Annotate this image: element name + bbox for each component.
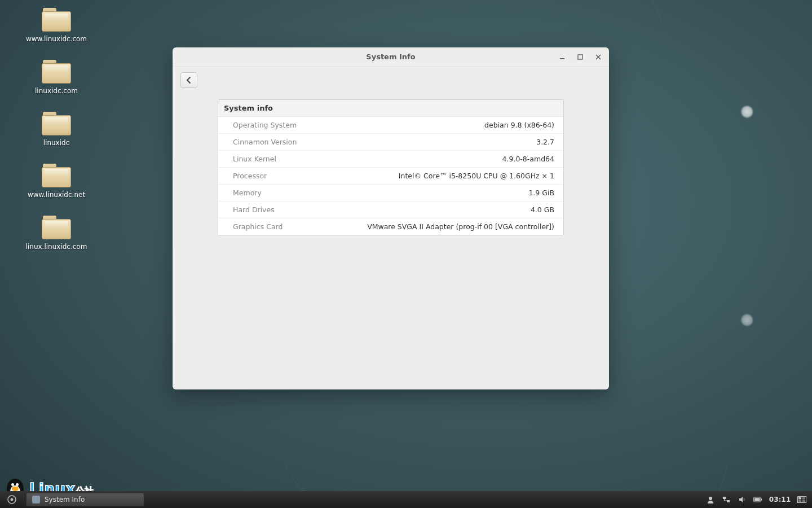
desktop-icon-label: www.linuxidc.net	[28, 191, 85, 199]
info-value: 1.9 GiB	[528, 189, 554, 197]
info-row-cinnamon: Cinnamon Version 3.2.7	[218, 134, 563, 151]
svg-rect-12	[802, 497, 805, 500]
folder-icon	[42, 164, 71, 187]
folder-icon	[42, 112, 71, 135]
info-value: Intel© Core™ i5-8250U CPU @ 1.60GHz × 1	[399, 172, 554, 180]
info-row-memory: Memory 1.9 GiB	[218, 185, 563, 202]
user-icon[interactable]	[706, 495, 715, 504]
system-tray: 03:11	[706, 491, 812, 508]
info-row-graphics: Graphics Card VMware SVGA II Adapter (pr…	[218, 218, 563, 235]
desktop-icon-label: www.linuxidc.com	[26, 35, 87, 43]
menu-button[interactable]	[0, 491, 24, 508]
titlebar[interactable]: System Info	[173, 47, 609, 67]
desktop-icon-label: linuxidc	[43, 139, 70, 147]
window-title: System Info	[366, 52, 415, 61]
folder-icon	[42, 60, 71, 84]
info-label: Operating System	[233, 121, 297, 129]
desktop-folder[interactable]: linuxidc.com	[23, 60, 90, 95]
svg-point-4	[709, 497, 712, 500]
volume-icon[interactable]	[738, 495, 747, 504]
info-label: Hard Drives	[233, 205, 275, 214]
workspace-switcher-icon[interactable]	[797, 495, 806, 504]
window-controls	[558, 47, 602, 67]
info-value: 4.9.0-8-amd64	[502, 155, 554, 163]
info-row-kernel: Linux Kernel 4.9.0-8-amd64	[218, 151, 563, 168]
system-info-panel: System info Operating System debian 9.8 …	[218, 99, 564, 235]
menu-icon	[7, 494, 17, 505]
svg-rect-0	[560, 58, 564, 59]
info-value: 3.2.7	[536, 138, 554, 146]
info-label: Linux Kernel	[233, 155, 276, 163]
info-value: VMware SVGA II Adapter (prog-if 00 [VGA …	[367, 222, 554, 231]
info-label: Graphics Card	[233, 222, 283, 231]
info-value: debian 9.8 (x86-64)	[484, 121, 554, 129]
svg-rect-9	[754, 498, 760, 501]
clock[interactable]: 03:11	[769, 496, 791, 503]
desktop-icons: www.linuxidc.com linuxidc.com linuxidc w…	[23, 8, 90, 251]
desktop-folder[interactable]: linuxidc	[23, 112, 90, 147]
maximize-button[interactable]	[576, 53, 584, 61]
desktop-folder[interactable]: www.linuxidc.net	[23, 164, 90, 199]
system-info-window: System Info System info	[173, 47, 609, 389]
svg-rect-11	[798, 497, 801, 500]
info-label: Memory	[233, 189, 262, 197]
desktop-folder[interactable]: linux.linuxidc.com	[23, 216, 90, 251]
minimize-button[interactable]	[558, 53, 566, 61]
window-toolbar	[173, 67, 609, 95]
desktop-icon-label: linux.linuxidc.com	[26, 243, 87, 251]
window-content: System info Operating System debian 9.8 …	[173, 95, 609, 247]
info-label: Cinnamon Version	[233, 138, 297, 146]
desktop-folder[interactable]: www.linuxidc.com	[23, 8, 90, 43]
folder-icon	[42, 216, 71, 239]
svg-rect-14	[802, 500, 805, 502]
network-icon[interactable]	[722, 495, 731, 504]
info-label: Processor	[233, 172, 267, 180]
svg-rect-5	[723, 497, 726, 499]
info-value: 4.0 GB	[531, 205, 554, 214]
svg-rect-8	[761, 498, 762, 501]
section-header: System info	[218, 100, 563, 117]
taskbar: System Info 03:11	[0, 491, 812, 508]
taskbar-left: System Info	[0, 491, 144, 508]
task-app-icon	[32, 496, 40, 503]
svg-point-3	[11, 498, 14, 501]
task-label: System Info	[45, 496, 85, 503]
info-row-os: Operating System debian 9.8 (x86-64)	[218, 117, 563, 134]
info-row-drives: Hard Drives 4.0 GB	[218, 202, 563, 218]
battery-icon[interactable]	[753, 495, 762, 504]
info-row-processor: Processor Intel© Core™ i5-8250U CPU @ 1.…	[218, 168, 563, 185]
svg-rect-1	[578, 55, 582, 59]
desktop-icon-label: linuxidc.com	[35, 87, 78, 95]
close-button[interactable]	[594, 53, 602, 61]
back-button[interactable]	[180, 72, 197, 88]
desktop: www.linuxidc.com linuxidc.com linuxidc w…	[0, 0, 812, 508]
folder-icon	[42, 8, 71, 32]
chevron-left-icon	[186, 77, 192, 84]
svg-rect-13	[798, 500, 801, 502]
taskbar-task-system-info[interactable]: System Info	[26, 493, 144, 506]
